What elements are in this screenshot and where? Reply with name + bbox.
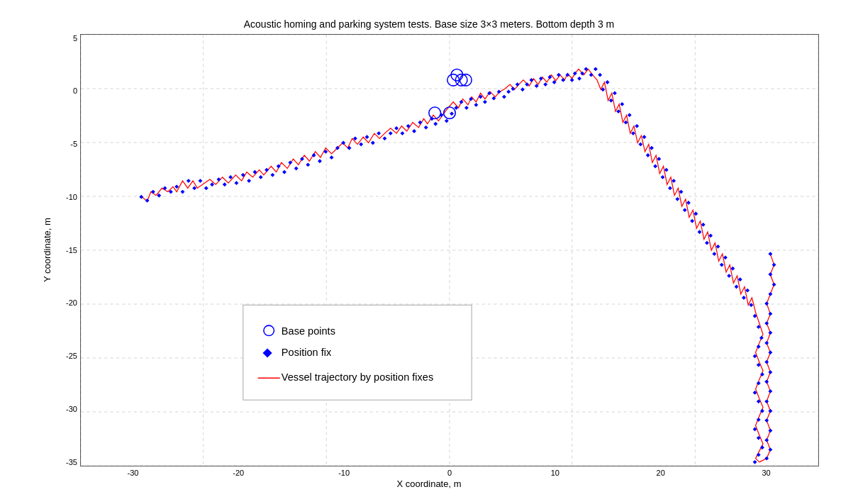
svg-rect-167 xyxy=(764,399,769,403)
svg-rect-106 xyxy=(613,91,617,95)
svg-rect-17 xyxy=(145,198,150,203)
svg-rect-142 xyxy=(745,288,750,292)
svg-rect-93 xyxy=(561,77,565,82)
svg-rect-141 xyxy=(742,296,746,300)
svg-rect-82 xyxy=(511,86,515,91)
svg-rect-89 xyxy=(543,82,547,86)
svg-rect-128 xyxy=(693,211,698,215)
svg-rect-40 xyxy=(282,169,286,174)
svg-rect-134 xyxy=(716,244,720,248)
svg-rect-102 xyxy=(598,72,602,77)
x-tick: -20 xyxy=(186,469,291,477)
svg-rect-51 xyxy=(347,145,352,150)
y-tick: 0 xyxy=(73,86,77,95)
y-axis-ticks: 50-5-10-15-20-25-30-35 xyxy=(55,34,80,466)
svg-rect-135 xyxy=(720,262,724,267)
svg-rect-74 xyxy=(474,103,478,107)
x-axis-ticks: -30 -20 -10 0 10 20 30 xyxy=(80,469,819,477)
svg-rect-81 xyxy=(506,89,511,94)
svg-rect-124 xyxy=(679,189,684,194)
svg-rect-129 xyxy=(698,230,702,234)
svg-rect-20 xyxy=(163,186,167,190)
svg-rect-55 xyxy=(371,140,375,145)
svg-rect-122 xyxy=(672,179,676,183)
svg-rect-76 xyxy=(483,99,487,103)
svg-rect-183 xyxy=(243,305,472,400)
svg-rect-172 xyxy=(768,350,772,354)
svg-rect-111 xyxy=(631,131,635,135)
svg-rect-130 xyxy=(701,223,706,227)
svg-rect-53 xyxy=(359,142,363,146)
svg-rect-97 xyxy=(577,76,581,80)
svg-rect-29 xyxy=(217,177,221,181)
svg-rect-46 xyxy=(318,159,322,163)
svg-rect-68 xyxy=(445,118,449,123)
svg-text:Vessel trajectory by position : Vessel trajectory by position fixes xyxy=(282,371,433,383)
svg-rect-24 xyxy=(186,179,191,183)
svg-rect-116 xyxy=(650,145,654,150)
svg-rect-108 xyxy=(620,101,624,106)
svg-rect-32 xyxy=(234,181,238,185)
svg-text:Position fix: Position fix xyxy=(282,347,332,358)
svg-rect-30 xyxy=(223,182,227,186)
svg-rect-85 xyxy=(525,82,529,86)
svg-rect-127 xyxy=(690,218,694,223)
chart-title: Acoustic homing and parking system tests… xyxy=(39,18,819,30)
y-tick: -20 xyxy=(66,298,77,307)
chart-wrapper: Acoustic homing and parking system tests… xyxy=(39,18,819,486)
svg-rect-23 xyxy=(181,189,185,194)
x-tick: 10 xyxy=(502,469,608,477)
svg-rect-59 xyxy=(394,125,399,130)
y-tick: -35 xyxy=(66,458,77,466)
x-tick: 20 xyxy=(608,469,713,477)
svg-rect-72 xyxy=(464,106,469,110)
y-tick: -10 xyxy=(66,193,77,201)
svg-rect-112 xyxy=(635,123,639,128)
plot-area: Base points Position fix Vessel trajecto… xyxy=(80,34,819,466)
svg-rect-58 xyxy=(389,131,393,135)
x-axis-label: X coordinate, m xyxy=(39,478,819,489)
chart-area: Y coordinate, m 50-5-10-15-20-25-30-35 xyxy=(39,34,819,466)
x-tick: 0 xyxy=(397,469,503,477)
svg-rect-170 xyxy=(768,370,772,374)
svg-rect-104 xyxy=(606,80,610,84)
plot-svg: Base points Position fix Vessel trajecto… xyxy=(81,35,818,466)
svg-rect-146 xyxy=(759,335,764,340)
svg-rect-174 xyxy=(768,330,772,335)
svg-rect-66 xyxy=(433,121,438,125)
svg-rect-27 xyxy=(204,186,208,190)
svg-rect-79 xyxy=(497,89,501,94)
svg-rect-80 xyxy=(502,94,506,99)
svg-rect-57 xyxy=(383,136,387,140)
svg-rect-176 xyxy=(768,311,772,315)
svg-rect-34 xyxy=(247,179,251,183)
svg-rect-179 xyxy=(772,282,776,286)
svg-rect-131 xyxy=(705,240,709,245)
svg-rect-177 xyxy=(764,301,769,306)
x-tick: -10 xyxy=(291,469,397,477)
svg-rect-117 xyxy=(653,164,657,168)
svg-rect-181 xyxy=(772,262,776,267)
chart-container: Acoustic homing and parking system tests… xyxy=(0,0,858,504)
svg-rect-133 xyxy=(712,252,716,256)
svg-rect-118 xyxy=(657,157,661,161)
svg-rect-60 xyxy=(400,131,404,135)
svg-text:Base points: Base points xyxy=(282,325,335,336)
svg-rect-105 xyxy=(609,98,613,102)
svg-rect-143 xyxy=(749,303,753,307)
svg-rect-113 xyxy=(638,142,642,146)
svg-rect-161 xyxy=(764,456,769,460)
svg-rect-92 xyxy=(557,72,561,77)
svg-rect-107 xyxy=(616,109,620,113)
svg-rect-48 xyxy=(330,155,334,159)
svg-rect-36 xyxy=(259,175,263,179)
svg-rect-182 xyxy=(768,252,772,256)
y-tick: -5 xyxy=(70,140,77,148)
svg-rect-95 xyxy=(570,77,574,82)
svg-rect-50 xyxy=(341,140,345,145)
svg-rect-132 xyxy=(708,233,713,237)
svg-rect-162 xyxy=(768,447,772,452)
svg-rect-42 xyxy=(294,166,299,170)
svg-rect-119 xyxy=(661,175,665,179)
svg-rect-44 xyxy=(306,162,310,167)
